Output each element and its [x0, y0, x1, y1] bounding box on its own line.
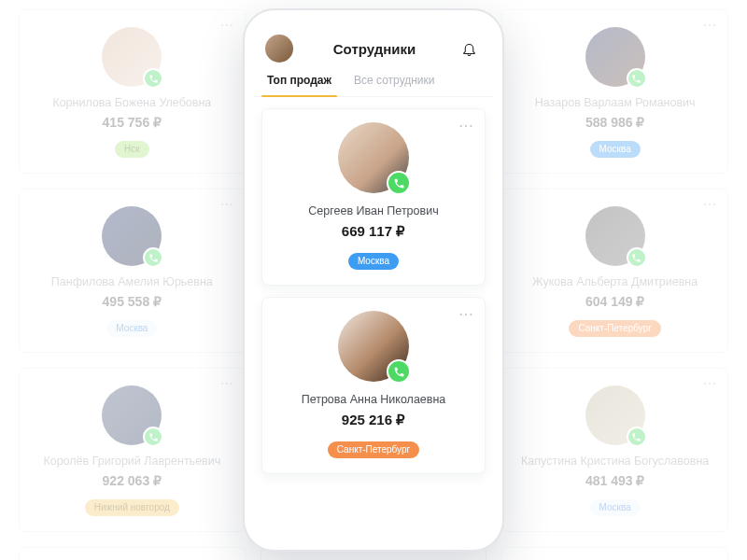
employee-name: Петрова Анна Николаевна	[274, 393, 473, 406]
employee-name: Сергеев Иван Петрович	[274, 204, 473, 217]
call-badge[interactable]	[143, 247, 163, 268]
call-badge[interactable]	[143, 427, 163, 447]
background-employee-card: ⋯Назаров Варлаам Романович588 986 ₽Москв…	[501, 9, 728, 174]
phone-icon	[631, 253, 641, 263]
city-chip: Москва	[348, 253, 399, 270]
card-menu-icon: ⋯	[220, 18, 235, 33]
employee-amount: 415 756 ₽	[31, 115, 233, 130]
background-employee-card: ⋯Панфилова Амелия Юрьевна495 558 ₽Москва	[19, 189, 246, 353]
card-menu-icon: ⋯	[703, 376, 718, 391]
card-menu-icon: ⋯	[220, 197, 235, 212]
phone-icon	[393, 366, 405, 378]
call-badge[interactable]	[627, 68, 647, 89]
avatar[interactable]	[338, 311, 409, 382]
employee-card-list: ⋯Сергеев Иван Петрович669 117 ₽Москва⋯Пе…	[254, 97, 493, 540]
city-chip: Нижний новгород	[85, 499, 179, 516]
card-menu-button[interactable]: ⋯	[458, 117, 475, 134]
notifications-button[interactable]	[456, 35, 482, 62]
app-header: Сотрудники	[254, 29, 493, 74]
employee-name: Жукова Альберта Дмитриевна	[514, 275, 716, 288]
call-badge[interactable]	[143, 68, 163, 89]
background-employee-card: ⋯Капустина Кристина Богуславовна481 493 …	[501, 368, 728, 532]
phone-icon	[631, 432, 641, 442]
employee-card[interactable]: ⋯Петрова Анна Николаевна925 216 ₽Санкт-П…	[261, 297, 486, 474]
employee-amount: 922 063 ₽	[31, 473, 233, 488]
call-badge[interactable]	[627, 247, 647, 268]
current-user-avatar[interactable]	[265, 35, 293, 63]
call-badge[interactable]	[387, 171, 411, 195]
card-menu-icon: ⋯	[220, 555, 235, 560]
background-employee-card: ⋯Королёв Григорий Лаврентьевич922 063 ₽Н…	[19, 368, 246, 532]
employee-card[interactable]: ⋯Сергеев Иван Петрович669 117 ₽Москва	[261, 108, 486, 286]
phone-icon	[148, 432, 159, 442]
employee-name: Назаров Варлаам Романович	[514, 96, 716, 109]
avatar	[585, 27, 645, 87]
avatar	[102, 27, 162, 87]
background-employee-card: ⋯	[19, 547, 246, 560]
employee-amount: 604 149 ₽	[514, 294, 716, 309]
tab-all-employees[interactable]: Все сотрудники	[352, 74, 436, 96]
employee-name: Королёв Григорий Лаврентьевич	[31, 455, 233, 468]
city-chip: Санкт-Петербург	[328, 441, 419, 458]
employee-amount: 925 216 ₽	[274, 412, 473, 428]
phone-icon	[148, 74, 159, 84]
card-menu-icon: ⋯	[703, 18, 718, 33]
background-employee-card: ⋯Жукова Альберта Дмитриевна604 149 ₽Санк…	[501, 189, 728, 353]
avatar	[102, 385, 162, 445]
employee-name: Панфилова Амелия Юрьевна	[31, 275, 233, 288]
page-title: Сотрудники	[333, 41, 416, 57]
employee-amount: 495 558 ₽	[31, 294, 233, 309]
background-employee-card: ⋯	[501, 547, 728, 560]
city-chip: Москва	[590, 141, 641, 158]
card-menu-icon: ⋯	[461, 555, 476, 560]
city-chip: Санкт-Петербург	[569, 320, 660, 337]
phone-mockup: Сотрудники Топ продаж Все сотрудники ⋯Се…	[243, 8, 504, 552]
avatar[interactable]	[338, 122, 409, 193]
employee-name: Капустина Кристина Богуславовна	[514, 455, 716, 468]
card-menu-icon: ⋯	[703, 555, 718, 560]
employee-amount: 481 493 ₽	[514, 473, 716, 488]
city-chip: Москва	[106, 320, 157, 337]
card-menu-icon: ⋯	[703, 197, 718, 212]
avatar	[585, 385, 645, 445]
tab-top-sales[interactable]: Топ продаж	[265, 74, 333, 96]
call-badge[interactable]	[627, 427, 647, 447]
avatar	[102, 206, 162, 266]
bell-icon	[461, 41, 477, 57]
employee-name: Корнилова Божена Улебовна	[31, 96, 233, 109]
avatar	[585, 206, 645, 266]
city-chip: Москва	[590, 499, 641, 516]
background-employee-card: ⋯Корнилова Божена Улебовна415 756 ₽Нск	[19, 9, 246, 174]
employee-amount: 669 117 ₽	[274, 223, 473, 240]
employee-amount: 588 986 ₽	[514, 115, 716, 130]
tabs: Топ продаж Все сотрудники	[254, 74, 493, 97]
card-menu-icon: ⋯	[220, 376, 235, 391]
call-badge[interactable]	[387, 359, 411, 384]
city-chip: Нск	[115, 141, 149, 158]
phone-icon	[631, 74, 641, 84]
phone-icon	[148, 253, 159, 263]
card-menu-button[interactable]: ⋯	[458, 305, 475, 323]
phone-icon	[393, 177, 405, 189]
